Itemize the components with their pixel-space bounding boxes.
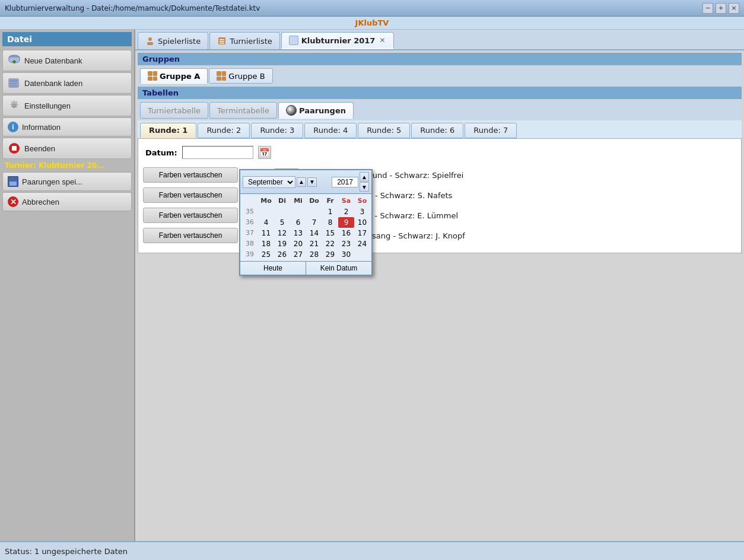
gruppen-header: Gruppen xyxy=(138,53,742,65)
abort-button[interactable]: ✕ Abbrechen xyxy=(2,192,132,211)
maximize-button[interactable]: + xyxy=(716,3,726,14)
round-tab-2[interactable]: Runde: 2 xyxy=(198,123,250,138)
cal-day-9-today[interactable]: 9 xyxy=(338,217,354,228)
cal-weeknum-37: 37 xyxy=(241,228,258,238)
sidebar-header: Datei xyxy=(2,32,132,46)
cal-year-down[interactable]: ▼ xyxy=(360,182,369,192)
cal-nav-up[interactable]: ▲ xyxy=(297,177,306,187)
tab-termintabelle[interactable]: Termintabelle xyxy=(209,102,277,119)
round-tab-1[interactable]: Runde: 1 xyxy=(140,123,196,138)
cal-day-21[interactable]: 21 xyxy=(306,238,322,249)
cal-day-17[interactable]: 17 xyxy=(354,228,370,238)
farben-vertauschen-button-3[interactable]: Farben vertauschen xyxy=(143,228,238,243)
cal-day-18[interactable]: 18 xyxy=(258,238,274,249)
cal-day-11[interactable]: 11 xyxy=(258,228,274,238)
cal-day-29[interactable]: 29 xyxy=(322,249,338,260)
cal-day-13[interactable]: 13 xyxy=(290,228,306,238)
round-tab-5[interactable]: Runde: 5 xyxy=(358,123,410,138)
cal-week-35: 35 1 2 3 xyxy=(241,206,370,217)
cal-day-26[interactable]: 26 xyxy=(274,249,290,260)
save-pairings-button[interactable]: Paarungen spei... xyxy=(2,172,132,191)
svg-rect-11 xyxy=(220,39,224,40)
cal-day-6[interactable]: 6 xyxy=(290,217,306,228)
round-tab-7[interactable]: Runde: 7 xyxy=(465,123,517,138)
heute-button[interactable]: Heute xyxy=(240,262,306,275)
group-tab-b[interactable]: Gruppe B xyxy=(209,68,272,84)
cal-day-23[interactable]: 23 xyxy=(338,238,354,249)
settings-button[interactable]: Einstellungen xyxy=(2,95,132,116)
gruppe-b-icon xyxy=(217,71,226,81)
cal-day-7[interactable]: 7 xyxy=(306,217,322,228)
cal-weeknum-36: 36 xyxy=(241,217,258,228)
turnier-label: Turnier: Klubturnier 20... xyxy=(2,160,132,171)
cal-day-5[interactable]: 5 xyxy=(274,217,290,228)
farben-vertauschen-button-1[interactable]: Farben vertauschen xyxy=(143,187,238,203)
cal-day-22[interactable]: 22 xyxy=(322,238,338,249)
kein-datum-button[interactable]: Kein Datum xyxy=(306,262,371,275)
load-database-button[interactable]: Datenbank laden xyxy=(2,72,132,94)
round-tab-4[interactable]: Runde: 4 xyxy=(304,123,357,138)
cal-day-27[interactable]: 27 xyxy=(290,249,306,260)
tab-spielerliste[interactable]: Spielerliste xyxy=(138,32,208,49)
close-button[interactable]: × xyxy=(729,3,739,14)
klubturnier-tab-icon xyxy=(289,36,298,45)
cal-header-mo: Mo xyxy=(258,196,274,205)
quit-button[interactable]: Beenden xyxy=(2,138,132,159)
calendar-button[interactable]: 📅 xyxy=(258,146,271,159)
tab-turnierliste[interactable]: Turnierliste xyxy=(209,32,280,49)
cal-day-16[interactable]: 16 xyxy=(338,228,354,238)
round-tabs: Runde: 1 Runde: 2 Runde: 3 Runde: 4 Rund… xyxy=(138,120,742,138)
cal-day-28[interactable]: 28 xyxy=(306,249,322,260)
cal-year-spinners: ▲ ▼ xyxy=(360,172,369,192)
cal-month-select[interactable]: JanuarFebruarMärz AprilMaiJuni JuliAugus… xyxy=(243,176,295,188)
cal-day-24[interactable]: 24 xyxy=(354,238,370,249)
cal-day-19[interactable]: 19 xyxy=(274,238,290,249)
new-database-button[interactable]: Neue Datenbank xyxy=(2,50,132,71)
group-tabs: Gruppe A Gruppe B xyxy=(138,66,742,85)
cal-day-2[interactable]: 2 xyxy=(338,206,354,217)
cal-day-14[interactable]: 14 xyxy=(306,228,322,238)
cal-header-mi: Mi xyxy=(290,196,306,205)
cal-day-4[interactable]: 4 xyxy=(258,217,274,228)
tabellen-header: Tabellen xyxy=(138,87,742,99)
gruppe-a-icon xyxy=(148,71,157,81)
datum-input[interactable] xyxy=(182,146,253,159)
info-button[interactable]: i Information xyxy=(2,117,132,136)
tab-paarungen[interactable]: Paarungen xyxy=(278,102,354,119)
cal-nav-down[interactable]: ▼ xyxy=(307,177,317,187)
round-tab-6[interactable]: Runde: 6 xyxy=(411,123,463,138)
minimize-button[interactable]: − xyxy=(702,3,713,14)
cal-weeknum-35: 35 xyxy=(241,206,258,217)
cal-header-di: Di xyxy=(274,196,290,205)
tab-close-button[interactable]: ✕ xyxy=(378,36,386,44)
cal-day-15[interactable]: 15 xyxy=(322,228,338,238)
group-tab-a[interactable]: Gruppe A xyxy=(140,68,208,84)
abort-icon: ✕ xyxy=(8,196,18,207)
svg-rect-9 xyxy=(147,42,153,45)
turniertabelle-label: Turniertabelle xyxy=(148,106,201,115)
cal-year-up[interactable]: ▲ xyxy=(360,172,369,182)
cal-day-12[interactable]: 12 xyxy=(274,228,290,238)
main-layout: Datei Neue Datenbank xyxy=(0,30,744,541)
cal-day-25[interactable]: 25 xyxy=(258,249,274,260)
cal-day-3[interactable]: 3 xyxy=(354,206,370,217)
cal-day-30[interactable]: 30 xyxy=(338,249,354,260)
cal-day-10[interactable]: 10 xyxy=(354,217,370,228)
farben-vertauschen-button-0[interactable]: Farben vertauschen xyxy=(143,167,238,183)
round-tab-3[interactable]: Runde: 3 xyxy=(251,123,303,138)
cal-day-empty-end xyxy=(354,249,370,260)
cal-year-input[interactable] xyxy=(332,177,358,187)
cal-day-20[interactable]: 20 xyxy=(290,238,306,249)
pairing-row-1: Farben vertauschen Runde: 1234567 = Weis… xyxy=(143,187,736,203)
cal-month-row: JanuarFebruarMärz AprilMaiJuni JuliAugus… xyxy=(243,176,317,188)
settings-icon xyxy=(8,99,21,112)
cal-header-do: Do xyxy=(306,196,322,205)
group-tab-b-label: Gruppe B xyxy=(228,72,265,81)
cal-day-1[interactable]: 1 xyxy=(322,206,338,217)
window-title: Klubturnierverwaltung - Datei:/home/mamu… xyxy=(5,4,260,12)
farben-vertauschen-button-2[interactable]: Farben vertauschen xyxy=(143,208,238,223)
tab-turniertabelle[interactable]: Turniertabelle xyxy=(140,102,208,119)
cal-day-8[interactable]: 8 xyxy=(322,217,338,228)
info-label: Information xyxy=(22,123,61,132)
tab-klubturnier[interactable]: Klubturnier 2017 ✕ xyxy=(281,32,395,49)
